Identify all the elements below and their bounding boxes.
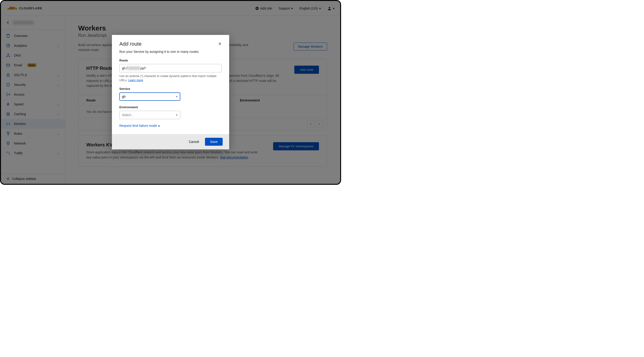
learn-more-link[interactable]: Learn more (128, 79, 143, 82)
route-redacted-segment (127, 66, 140, 70)
service-select[interactable]: ▼ (119, 92, 180, 101)
triangle-right-icon: ▸ (158, 124, 160, 128)
environment-label: Environment (119, 106, 222, 109)
service-label: Service (119, 87, 222, 90)
add-route-modal: Add route Run your Service by assigning … (112, 35, 229, 150)
request-limit-failure-mode-toggle[interactable]: Request limit failure mode ▸ (119, 124, 160, 128)
route-help: Use an asterisk (*) character to create … (119, 74, 222, 82)
cancel-button[interactable]: Cancel (186, 138, 202, 146)
modal-hint: Run your Service by assigning it to one … (119, 50, 222, 54)
modal-overlay[interactable]: Add route Run your Service by assigning … (1, 1, 340, 184)
environment-select[interactable]: ▼ (119, 111, 180, 119)
close-icon (218, 42, 222, 46)
service-value[interactable] (119, 92, 180, 101)
close-modal-button[interactable] (218, 41, 222, 47)
environment-value[interactable] (119, 111, 180, 119)
save-button[interactable]: Save (205, 138, 223, 146)
modal-title: Add route (119, 41, 142, 47)
route-label: Route (119, 59, 222, 62)
route-input[interactable]: gh.fpp/* (119, 64, 222, 72)
